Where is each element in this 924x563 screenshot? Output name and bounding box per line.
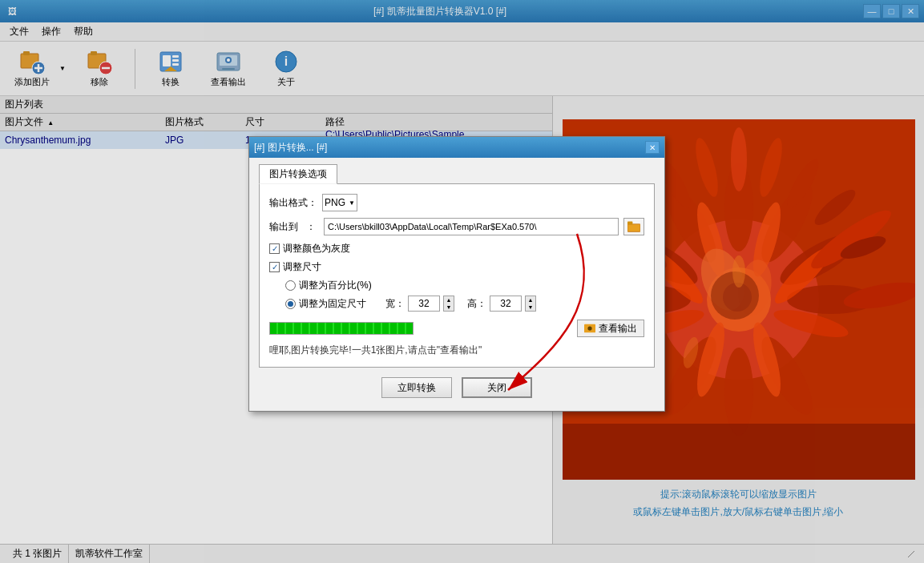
size-options: 调整为百分比(%) 调整为固定尺寸 宽： 32 ▲ bbox=[285, 279, 644, 312]
close-dialog-button[interactable]: 关闭 bbox=[462, 377, 532, 398]
format-dropdown-arrow: ▼ bbox=[349, 199, 355, 207]
adjust-color-row: ✓ 调整颜色为灰度 bbox=[269, 242, 644, 255]
adjust-size-row: ✓ 调整尺寸 bbox=[269, 260, 644, 274]
dialog-title: [#] 图片转换... [#] bbox=[254, 141, 645, 155]
dialog-tab-content: 输出格式： PNG ▼ 输出到 ： C:\Users\bkill03\AppDa… bbox=[259, 183, 655, 368]
view-output-btn-icon bbox=[584, 323, 595, 334]
adjust-color-label: 调整颜色为灰度 bbox=[283, 242, 350, 255]
radio-percent[interactable] bbox=[285, 280, 296, 291]
radio-fixed-row: 调整为固定尺寸 宽： 32 ▲ ▼ 高： bbox=[285, 296, 644, 312]
height-spinner[interactable]: ▲ ▼ bbox=[525, 296, 536, 312]
height-up[interactable]: ▲ bbox=[526, 296, 535, 304]
dialog-close-icon-btn[interactable]: ✕ bbox=[645, 141, 660, 154]
dialog-overlay: [#] 图片转换... [#] ✕ 图片转换选项 输出格式： PNG ▼ bbox=[0, 0, 924, 563]
svg-point-66 bbox=[587, 326, 591, 330]
progress-fill bbox=[270, 323, 413, 334]
radio-percent-label: 调整为百分比(%) bbox=[299, 279, 372, 292]
browse-folder-button[interactable] bbox=[623, 218, 644, 235]
dialog-title-bar: [#] 图片转换... [#] ✕ bbox=[249, 137, 664, 158]
progress-section: 查看输出 bbox=[269, 320, 644, 337]
radio-percent-row: 调整为百分比(%) bbox=[285, 279, 644, 292]
radio-fixed[interactable] bbox=[285, 299, 296, 309]
adjust-size-label: 调整尺寸 bbox=[283, 260, 321, 274]
dialog-tab[interactable]: 图片转换选项 bbox=[259, 164, 337, 184]
complete-text: 哩耶,图片转换完毕!一共1张图片,请点击"查看输出" bbox=[269, 344, 644, 357]
width-input[interactable]: 32 bbox=[408, 296, 440, 312]
adjust-color-checkbox[interactable]: ✓ bbox=[269, 243, 280, 254]
output-path-box[interactable]: C:\Users\bkill03\AppData\Local\Temp\Rar$… bbox=[324, 218, 619, 235]
width-down[interactable]: ▼ bbox=[444, 304, 454, 311]
format-select[interactable]: PNG ▼ bbox=[322, 194, 357, 211]
width-label: 宽： bbox=[385, 297, 405, 311]
convert-dialog: [#] 图片转换... [#] ✕ 图片转换选项 输出格式： PNG ▼ bbox=[248, 136, 665, 412]
height-down[interactable]: ▼ bbox=[526, 304, 535, 311]
format-label: 输出格式： bbox=[269, 196, 317, 210]
progress-bar bbox=[269, 322, 414, 335]
view-output-btn-label: 查看输出 bbox=[599, 322, 637, 336]
width-up[interactable]: ▲ bbox=[444, 296, 454, 304]
dialog-content: 图片转换选项 输出格式： PNG ▼ 输出到 ： C:\Users\bkill0… bbox=[249, 158, 664, 411]
svg-rect-63 bbox=[627, 224, 640, 232]
height-label: 高： bbox=[467, 297, 486, 311]
format-row: 输出格式： PNG ▼ bbox=[269, 194, 644, 211]
format-value: PNG bbox=[325, 197, 345, 208]
radio-fixed-label: 调整为固定尺寸 bbox=[299, 297, 366, 311]
width-spinner[interactable]: ▲ ▼ bbox=[443, 296, 454, 312]
view-output-button[interactable]: 查看输出 bbox=[577, 320, 644, 337]
adjust-size-checkbox[interactable]: ✓ bbox=[269, 262, 280, 272]
adjust-size-section: ✓ 调整尺寸 调整为百分比(%) 调整为固定尺寸 宽： bbox=[269, 260, 644, 312]
svg-rect-64 bbox=[627, 222, 632, 225]
dialog-buttons: 立即转换 关闭 bbox=[259, 377, 655, 401]
output-path-row: 输出到 ： C:\Users\bkill03\AppData\Local\Tem… bbox=[269, 218, 644, 235]
convert-now-button[interactable]: 立即转换 bbox=[381, 377, 452, 398]
output-label: 输出到 bbox=[269, 220, 298, 234]
height-input[interactable]: 32 bbox=[490, 296, 522, 312]
